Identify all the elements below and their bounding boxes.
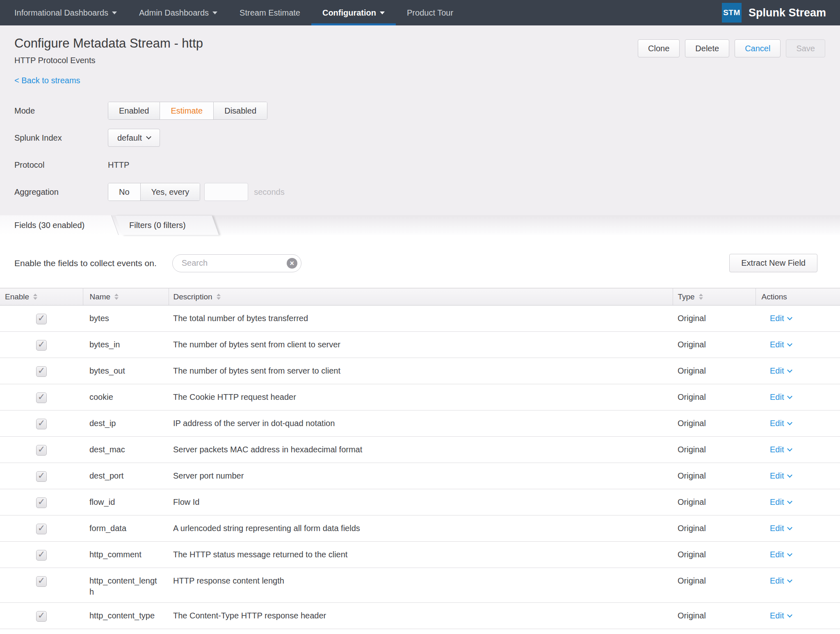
field-type: Original [673, 568, 756, 603]
column-header-actions: Actions [756, 288, 840, 306]
column-header-type[interactable]: Type [673, 288, 756, 306]
field-name: bytes_out [83, 358, 169, 384]
enable-checkbox[interactable] [36, 314, 47, 324]
edit-button[interactable]: Edit [770, 549, 792, 560]
search-clear-icon[interactable]: × [287, 258, 297, 269]
edit-label: Edit [770, 418, 784, 429]
edit-label: Edit [770, 392, 784, 403]
field-name: bytes_in [83, 332, 169, 358]
edit-button[interactable]: Edit [770, 523, 792, 534]
tab-fields[interactable]: Fields (30 enabled) [14, 215, 84, 235]
edit-button[interactable]: Edit [770, 339, 792, 350]
field-description: The number of bytes sent from client to … [169, 332, 673, 358]
edit-button[interactable]: Edit [770, 313, 792, 324]
chevron-down-icon [788, 394, 793, 399]
chevron-down-icon [788, 499, 793, 504]
column-label: Type [678, 292, 695, 301]
table-row: dest_port Server port number Original Ed… [0, 463, 840, 489]
field-type: Original [673, 411, 756, 437]
enable-checkbox[interactable] [36, 576, 47, 587]
edit-button[interactable]: Edit [770, 575, 792, 586]
enable-checkbox[interactable] [36, 392, 47, 403]
table-row: bytes_out The number of bytes sent from … [0, 358, 840, 384]
enable-checkbox[interactable] [36, 550, 47, 561]
chevron-down-icon [788, 367, 793, 373]
field-type: Original [673, 463, 756, 489]
table-row: form_data A urlencoded string representi… [0, 515, 840, 542]
protocol-value: HTTP [108, 160, 129, 170]
sort-icon[interactable] [33, 294, 37, 300]
enable-checkbox[interactable] [36, 471, 47, 482]
back-to-streams-link[interactable]: < Back to streams [14, 76, 80, 85]
field-description: Server packets MAC address in hexadecima… [169, 437, 673, 463]
chevron-down-icon [788, 525, 793, 530]
field-name: form_data [83, 515, 169, 542]
column-header-name[interactable]: Name [83, 288, 169, 306]
edit-label: Edit [770, 444, 784, 455]
sort-icon[interactable] [217, 294, 221, 300]
enable-checkbox[interactable] [36, 340, 47, 351]
edit-button[interactable]: Edit [770, 470, 792, 481]
header-buttons: Clone Delete Cancel Save [638, 39, 825, 57]
column-header-enable[interactable]: Enable [0, 288, 83, 306]
splunk-index-dropdown[interactable]: default [108, 129, 160, 147]
enable-checkbox[interactable] [36, 524, 47, 534]
field-name: http_comment [83, 542, 169, 568]
field-type: Original [673, 515, 756, 542]
edit-label: Edit [770, 365, 784, 376]
segment-enabled[interactable]: Enabled [108, 102, 160, 119]
column-label: Actions [762, 292, 787, 301]
field-name: http_content_type [83, 603, 169, 629]
field-type: Original [673, 332, 756, 358]
clone-button[interactable]: Clone [638, 39, 680, 57]
segment-estimate[interactable]: Estimate [160, 102, 213, 119]
enable-checkbox[interactable] [36, 611, 47, 622]
tab-filters[interactable]: Filters (0 filters) [129, 215, 186, 235]
field-name: cookie [83, 384, 169, 411]
edit-button[interactable]: Edit [770, 365, 792, 376]
splunk-index-label: Splunk Index [14, 133, 108, 143]
nav-right: STM Splunk Stream [722, 0, 840, 25]
nav-item-stream-estimate[interactable]: Stream Estimate [228, 0, 311, 25]
field-type: Original [673, 306, 756, 332]
edit-button[interactable]: Edit [770, 610, 792, 621]
edit-button[interactable]: Edit [770, 418, 792, 429]
enable-checkbox[interactable] [36, 419, 47, 429]
table-header: EnableNameDescriptionTypeActions [0, 288, 840, 306]
page-header-zone: Configure Metadata Stream - http HTTP Pr… [0, 25, 840, 215]
edit-label: Edit [770, 470, 784, 481]
nav-item-admin-dashboards[interactable]: Admin Dashboards [128, 0, 228, 25]
column-header-description[interactable]: Description [169, 288, 673, 306]
nav-item-label: Product Tour [407, 8, 453, 18]
edit-button[interactable]: Edit [770, 392, 792, 403]
delete-button[interactable]: Delete [685, 39, 729, 57]
segment-disabled[interactable]: Disabled [213, 102, 267, 119]
enable-checkbox[interactable] [36, 366, 47, 377]
field-name: bytes [83, 306, 169, 332]
edit-label: Edit [770, 610, 784, 621]
mode-segmented-control: EnabledEstimateDisabled [108, 102, 267, 120]
field-type: Original [673, 437, 756, 463]
nav-item-configuration[interactable]: Configuration [311, 0, 396, 25]
nav-item-label: Configuration [322, 8, 376, 18]
enable-checkbox[interactable] [36, 445, 47, 456]
nav-item-product-tour[interactable]: Product Tour [396, 0, 464, 25]
table-row: http_content_length HTTP response conten… [0, 568, 840, 603]
sort-icon[interactable] [699, 294, 703, 300]
extract-new-field-button[interactable]: Extract New Field [729, 254, 817, 272]
enable-checkbox[interactable] [36, 497, 47, 508]
cancel-button[interactable]: Cancel [735, 39, 781, 57]
nav-item-informational-dashboards[interactable]: Informational Dashboards [3, 0, 128, 25]
table-row: http_comment The HTTP status message ret… [0, 542, 840, 568]
field-type: Original [673, 358, 756, 384]
sort-icon[interactable] [114, 294, 119, 300]
chevron-down-icon [788, 341, 793, 347]
edit-button[interactable]: Edit [770, 444, 792, 455]
segment-no[interactable]: No [108, 183, 140, 201]
table-row: bytes_in The number of bytes sent from c… [0, 332, 840, 358]
edit-button[interactable]: Edit [770, 497, 792, 508]
edit-label: Edit [770, 339, 784, 350]
segment-yes-every[interactable]: Yes, every [140, 183, 200, 201]
search-input[interactable] [172, 254, 301, 272]
title-block: Configure Metadata Stream - http HTTP Pr… [14, 36, 203, 65]
